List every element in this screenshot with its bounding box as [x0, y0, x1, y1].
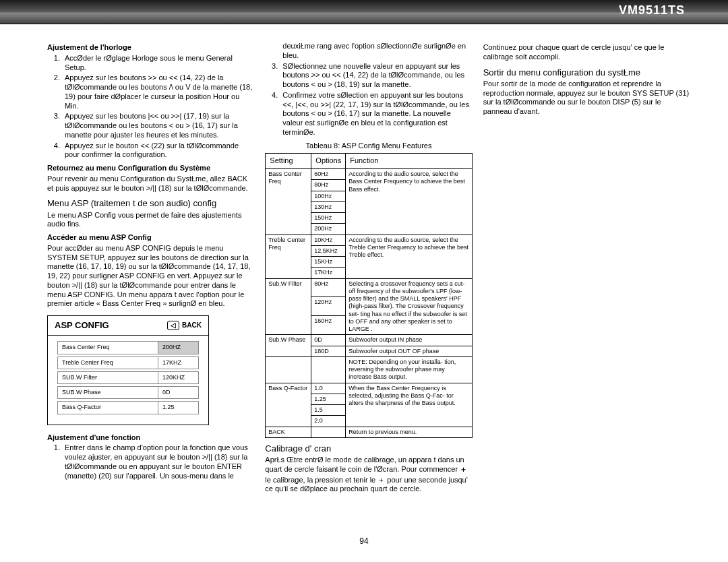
- cell-option: 80Hz: [311, 278, 346, 297]
- heading-exit: Sortir du menu configuration du systŁme: [483, 67, 690, 78]
- back-arrow-icon: ◁: [167, 321, 179, 330]
- asp-row-value: 120KHZ: [158, 372, 198, 383]
- cell-option: 15KHz: [311, 257, 346, 268]
- cell-option: 1.0: [311, 383, 346, 394]
- cell-setting: Treble Center Freq: [266, 235, 311, 278]
- heading-access: Accéder au menu ASP Config: [47, 233, 254, 243]
- cell-option: 120Hz: [311, 297, 346, 316]
- asp-row-value: 0D: [158, 387, 198, 398]
- back-label: BACK: [182, 321, 202, 330]
- table-row: Bass Center Freq60HzAccording to the aud…: [266, 169, 472, 180]
- table-row: BACKReturn to previous menu.: [266, 427, 472, 437]
- asp-row-value: 1.25: [158, 402, 198, 413]
- asp-row[interactable]: SUB.W Phase0D: [57, 386, 199, 399]
- asp-row-label: Bass Q-Factor: [58, 402, 158, 413]
- asp-row[interactable]: Bass Q-Factor1.25: [57, 401, 199, 414]
- table-row: Sub.W Filter80HzSelecting a crossover fr…: [266, 278, 472, 297]
- cell-option: 80Hz: [311, 180, 346, 191]
- adjust-steps-cont: deuxiŁme rang avec l'option sØlectionnØe…: [265, 42, 472, 137]
- asp-row[interactable]: Treble Center Freq17KHZ: [57, 356, 199, 369]
- column-1: Ajustement de l'horloge AccØder le rØgla…: [47, 43, 254, 495]
- heading-adjust: Ajustement d'une fonction: [47, 433, 254, 443]
- clock-steps: AccØder le rØglage Horloge sous le menu …: [47, 54, 254, 160]
- cell-function: According to the audio source, select th…: [346, 169, 472, 235]
- cell-option: 100Hz: [311, 191, 346, 201]
- cell-note: NOTE: Depending on your installa- tion, …: [346, 356, 472, 383]
- cell-option: 12.5KHz: [311, 245, 346, 256]
- heading-calibration: Calibrage d' cran: [265, 443, 472, 454]
- asp-row-value: 17KHZ: [158, 357, 198, 369]
- table-row: Bass Q-Factor1.0When the Bass Center Fre…: [266, 383, 472, 394]
- heading-menu-asp: Menu ASP (traitemen t de son audio) conf…: [47, 198, 254, 209]
- cell-option: 200Hz: [311, 224, 346, 235]
- cell-function: Selecting a crossover frequency sets a c…: [346, 278, 472, 335]
- cell-function: According to the audio source, select th…: [346, 235, 472, 278]
- cell-option: 1.5: [311, 405, 346, 416]
- adjust-steps: Entrer dans le champ d'option pour la fo…: [47, 443, 254, 480]
- cell-option: 60Hz: [311, 169, 346, 180]
- asp-row-label: Bass Center Freq: [58, 342, 158, 353]
- cell-empty: [266, 356, 311, 383]
- asp-config-panel: ASP CONFIG ◁ BACK Bass Center Freq200HZT…: [47, 315, 209, 425]
- asp-row[interactable]: Bass Center Freq200HZ: [57, 341, 199, 354]
- paragraph: le calibrage, la pression et tenir le ＋ …: [265, 476, 472, 495]
- paragraph: Pour sortir de la mode de configuration …: [483, 80, 690, 117]
- cell-setting: Bass Q-Factor: [266, 383, 311, 427]
- table-row: Treble Center Freq10KHzAccording to the …: [266, 235, 472, 245]
- column-2: deuxiŁme rang avec l'option sØlectionnØe…: [265, 43, 472, 495]
- cell-empty: [311, 356, 346, 383]
- cell-option: [311, 427, 346, 437]
- cell-option: 17KHz: [311, 268, 346, 278]
- th-setting: Setting: [266, 154, 311, 169]
- cell-option: 0D: [311, 335, 346, 346]
- back-button[interactable]: ◁ BACK: [167, 321, 202, 330]
- asp-config-table: Setting Options Function Bass Center Fre…: [265, 153, 472, 438]
- list-item: Appuyez sur les boutons >> ou << (14, 22…: [62, 73, 254, 111]
- paragraph: Le menu ASP Config vous permet de faire …: [47, 211, 254, 230]
- column-3: Continuez pour chaque quart de cercle ju…: [483, 43, 690, 495]
- paragraph: Pour accØder au menu ASP CONFIG depuis l…: [47, 244, 254, 309]
- list-item: Entrer dans le champ d'option pour la fo…: [62, 443, 254, 480]
- paragraph: Pour revenir au menu Configuration du Sy…: [47, 175, 254, 193]
- cell-function: Return to previous menu.: [346, 427, 472, 437]
- table-row-note: NOTE: Depending on your installa- tion, …: [266, 356, 472, 383]
- paragraph: Continuez pour chaque quart de cercle ju…: [483, 43, 690, 62]
- list-item: Appuyez sur les boutons |<< ou >>| (17, …: [62, 112, 254, 139]
- cell-function: Subwoofer output OUT OF phase: [346, 346, 472, 356]
- cell-option: 10KHz: [311, 235, 346, 245]
- cell-function: When the Bass Center Frequency is select…: [346, 383, 472, 427]
- cell-option: 160Hz: [311, 316, 346, 335]
- cell-setting: Bass Center Freq: [266, 169, 311, 235]
- cell-option: 2.0: [311, 416, 346, 427]
- header-bar: VM9511TS: [0, 0, 728, 24]
- heading-return: Retournez au menu Configuration du Systè…: [47, 164, 254, 173]
- heading-clock: Ajustement de l'horloge: [47, 43, 254, 53]
- plus-icon: ＋: [460, 465, 467, 473]
- th-options: Options: [311, 154, 346, 169]
- cell-option: 1.25: [311, 394, 346, 404]
- th-function: Function: [346, 154, 472, 169]
- asp-row-value: 200HZ: [158, 342, 198, 353]
- cell-function: Subwoofer output IN phase: [346, 335, 472, 346]
- list-item: SØlectionnez une nouvelle valeur en appu…: [280, 62, 472, 90]
- asp-row-label: SUB.W Phase: [58, 387, 158, 398]
- list-item: Appuyez sur le bouton << (22) sur la tØl…: [62, 142, 254, 160]
- table-row: Sub.W Phase0DSubwoofer output IN phase: [266, 335, 472, 346]
- model-number: VM9511TS: [619, 3, 685, 18]
- cell-setting: Sub.W Filter: [266, 278, 311, 335]
- table-caption: Tableau 8: ASP Config Menu Features: [265, 142, 472, 151]
- asp-title: ASP CONFIG: [55, 320, 109, 331]
- cell-setting: BACK: [266, 427, 311, 437]
- list-item: AccØder le rØglage Horloge sous le menu …: [62, 54, 254, 73]
- cell-option: 130Hz: [311, 201, 346, 212]
- asp-row[interactable]: SUB.W Filter120KHZ: [57, 371, 199, 384]
- page-number: 94: [0, 536, 728, 546]
- list-item: deuxiŁme rang avec l'option sØlectionnØe…: [265, 42, 472, 61]
- cell-setting: Sub.W Phase: [266, 335, 311, 357]
- cell-option: 150Hz: [311, 213, 346, 224]
- paragraph: AprŁs Œtre entrØ le mode de calibrage, u…: [265, 456, 472, 474]
- asp-row-label: SUB.W Filter: [58, 372, 158, 383]
- asp-row-label: Treble Center Freq: [58, 357, 158, 369]
- list-item: Confirmez votre sØlection en appuyant su…: [280, 91, 472, 137]
- cell-option: 180D: [311, 346, 346, 356]
